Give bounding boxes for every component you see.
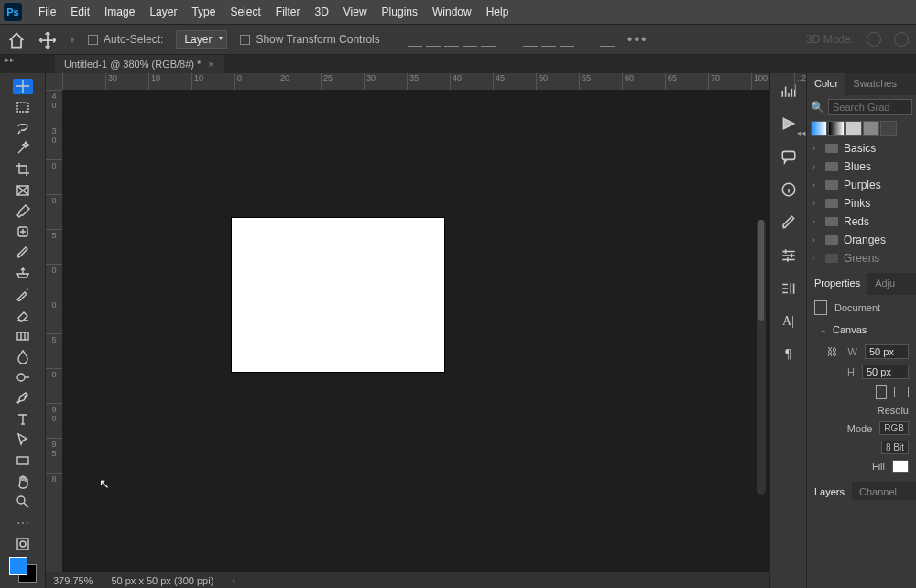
menu-edit[interactable]: Edit bbox=[63, 2, 97, 22]
gradient-preset[interactable] bbox=[863, 121, 879, 136]
menu-file[interactable]: File bbox=[31, 2, 63, 22]
adjustments-tab[interactable]: Adju bbox=[867, 273, 902, 295]
align-top-icon[interactable] bbox=[463, 32, 477, 47]
rectangle-tool[interactable] bbox=[13, 453, 33, 469]
height-input[interactable] bbox=[862, 365, 909, 379]
magic-wand-tool[interactable] bbox=[13, 141, 33, 157]
foreground-color-swatch[interactable] bbox=[9, 557, 27, 575]
menu-view[interactable]: View bbox=[336, 2, 375, 22]
clone-stamp-tool[interactable] bbox=[13, 266, 33, 281]
fill-color-swatch[interactable] bbox=[892, 460, 909, 473]
crop-tool[interactable] bbox=[13, 162, 33, 178]
folder-oranges[interactable]: ›Oranges bbox=[807, 231, 916, 249]
lasso-tool[interactable] bbox=[13, 120, 33, 136]
menu-image[interactable]: Image bbox=[97, 2, 142, 22]
history-brush-tool[interactable] bbox=[13, 287, 33, 302]
align-hcenter-icon[interactable] bbox=[426, 32, 441, 47]
canvas-section-header[interactable]: ⌄Canvas bbox=[814, 321, 909, 339]
gradient-preset[interactable] bbox=[811, 121, 827, 136]
folder-greens[interactable]: ›Greens bbox=[807, 249, 916, 267]
link-wh-icon[interactable]: ⛓ bbox=[827, 346, 837, 357]
expand-panels-icon[interactable]: ◂◂ bbox=[797, 128, 806, 137]
ruler-vertical[interactable]: 4030005005090958 bbox=[46, 90, 62, 572]
auto-select-checkbox[interactable]: Auto-Select: bbox=[88, 33, 163, 46]
adjustments-panel-icon[interactable] bbox=[780, 247, 797, 264]
menu-filter[interactable]: Filter bbox=[268, 2, 308, 22]
swatches-tab[interactable]: Swatches bbox=[845, 73, 904, 95]
eyedropper-tool[interactable] bbox=[13, 203, 33, 219]
close-tab-icon[interactable]: × bbox=[208, 59, 213, 70]
pen-tool[interactable] bbox=[13, 391, 33, 407]
menu-select[interactable]: Select bbox=[223, 2, 267, 22]
move-tool-icon[interactable] bbox=[38, 31, 57, 48]
character-panel-icon[interactable]: A| bbox=[780, 313, 797, 330]
zoom-level[interactable]: 379.75% bbox=[53, 575, 93, 586]
distribute-bottom-icon[interactable] bbox=[560, 32, 574, 47]
canvas-viewport[interactable]: ↖ bbox=[62, 90, 769, 572]
color-swatches[interactable] bbox=[9, 557, 37, 583]
align-right-icon[interactable] bbox=[444, 32, 459, 47]
blur-tool[interactable] bbox=[13, 349, 33, 365]
home-button[interactable] bbox=[7, 31, 26, 48]
align-left-icon[interactable] bbox=[408, 32, 422, 47]
gradient-preset[interactable] bbox=[845, 121, 862, 136]
pan-3d-icon[interactable] bbox=[894, 32, 909, 47]
hand-tool[interactable] bbox=[13, 474, 33, 489]
layers-tab[interactable]: Layers bbox=[807, 482, 852, 500]
orientation-portrait-icon[interactable] bbox=[876, 385, 887, 399]
bit-depth-value[interactable]: 8 Bit bbox=[881, 441, 909, 454]
gradient-tool[interactable] bbox=[13, 328, 33, 343]
gradient-preset[interactable] bbox=[828, 121, 845, 136]
menu-help[interactable]: Help bbox=[479, 2, 517, 22]
navigator-panel-icon[interactable] bbox=[780, 115, 797, 132]
quick-mask-icon[interactable] bbox=[13, 536, 33, 551]
comments-panel-icon[interactable] bbox=[780, 148, 797, 165]
align-vcenter-icon[interactable] bbox=[481, 32, 496, 47]
status-menu-icon[interactable]: › bbox=[232, 575, 235, 586]
libraries-panel-icon[interactable] bbox=[780, 280, 797, 297]
rectangular-marquee-tool[interactable] bbox=[13, 100, 33, 115]
more-options-icon[interactable]: ••• bbox=[627, 31, 649, 48]
folder-pinks[interactable]: ›Pinks bbox=[807, 194, 916, 212]
menu-3d[interactable]: 3D bbox=[307, 2, 335, 22]
mode-value[interactable]: RGB bbox=[879, 421, 909, 435]
brushes-panel-icon[interactable] bbox=[780, 214, 797, 231]
path-selection-tool[interactable] bbox=[13, 432, 33, 448]
properties-tab[interactable]: Properties bbox=[807, 273, 867, 295]
folder-blues[interactable]: ›Blues bbox=[807, 158, 916, 176]
auto-select-target-dropdown[interactable]: Layer bbox=[176, 30, 227, 49]
document-canvas[interactable] bbox=[232, 218, 444, 372]
ruler-horizontal[interactable]: 30101002025303540455055606570100..2 bbox=[62, 73, 769, 90]
zoom-tool[interactable] bbox=[13, 495, 33, 510]
edit-toolbar-icon[interactable]: ⋯ bbox=[13, 516, 33, 531]
ruler-origin[interactable] bbox=[46, 73, 62, 90]
frame-tool[interactable] bbox=[13, 183, 33, 199]
scrollbar-vertical[interactable] bbox=[757, 220, 766, 495]
dodge-tool[interactable] bbox=[13, 370, 33, 386]
document-dimensions[interactable]: 50 px x 50 px (300 ppi) bbox=[111, 575, 213, 586]
type-tool[interactable] bbox=[13, 411, 33, 427]
channels-tab[interactable]: Channel bbox=[852, 482, 904, 500]
paragraph-panel-icon[interactable]: ¶ bbox=[780, 346, 797, 363]
gradient-preset[interactable] bbox=[880, 121, 897, 136]
orbit-3d-icon[interactable] bbox=[867, 32, 881, 47]
healing-brush-tool[interactable] bbox=[13, 224, 33, 240]
search-gradients-input[interactable] bbox=[828, 99, 912, 115]
folder-reds[interactable]: ›Reds bbox=[807, 212, 916, 231]
menu-plugins[interactable]: Plugins bbox=[375, 2, 425, 22]
menu-layer[interactable]: Layer bbox=[142, 2, 184, 22]
move-tool[interactable] bbox=[13, 79, 33, 94]
orientation-landscape-icon[interactable] bbox=[894, 387, 909, 397]
align-to-icon[interactable] bbox=[600, 32, 615, 47]
distribute-vcenter-icon[interactable] bbox=[541, 32, 556, 47]
show-transform-checkbox[interactable]: Show Transform Controls bbox=[240, 33, 379, 46]
info-panel-icon[interactable] bbox=[780, 181, 797, 198]
menu-window[interactable]: Window bbox=[425, 2, 479, 22]
expand-toolbar-icon[interactable]: ▸▸ bbox=[5, 55, 15, 64]
menu-type[interactable]: Type bbox=[184, 2, 223, 22]
folder-purples[interactable]: ›Purples bbox=[807, 176, 916, 194]
width-input[interactable] bbox=[865, 344, 909, 359]
brush-tool[interactable] bbox=[13, 245, 33, 261]
distribute-top-icon[interactable] bbox=[523, 32, 538, 47]
folder-basics[interactable]: ›Basics bbox=[807, 139, 916, 158]
